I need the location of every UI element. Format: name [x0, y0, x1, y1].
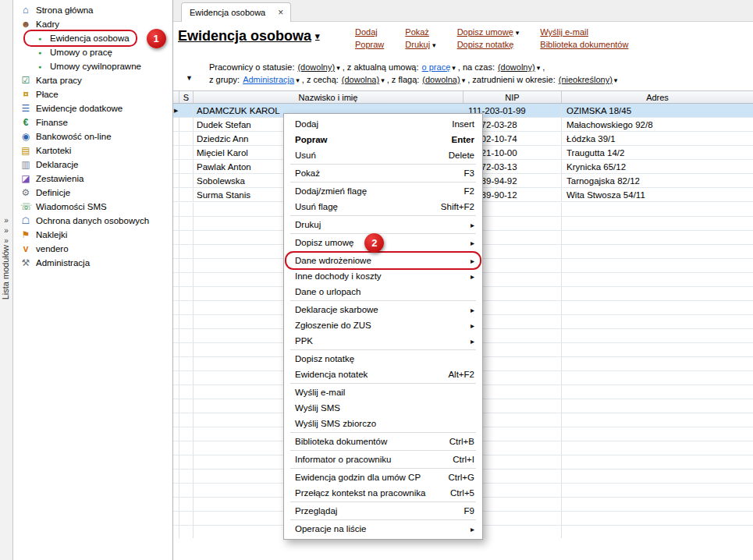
sidebar-item-ochrona-danych-osobowych[interactable]: Ochrona danych osobowych	[12, 214, 172, 228]
link-biblioteka-dokumentow[interactable]: Biblioteka dokumentów	[540, 40, 628, 49]
sidebar-item-kartoteki[interactable]: Kartoteki	[12, 144, 172, 158]
vendero-icon	[20, 243, 31, 254]
sidebar-item-umowy-cywilnoprawne[interactable]: Umowy cywilnoprawne	[12, 59, 172, 73]
menu-item-popraw[interactable]: PoprawEnter	[284, 132, 482, 147]
sidebar-item-wiadomosci-sms[interactable]: Wiadomości SMS	[12, 200, 172, 214]
sidebar-item-bankowosc-on-line[interactable]: Bankowość on-line	[12, 129, 172, 144]
sidebar-item-finanse[interactable]: Finanse	[12, 115, 172, 129]
menu-item-wyslij-sms[interactable]: Wyślij SMS	[284, 400, 482, 416]
module-strip-label[interactable]: Lista modułów	[1, 245, 10, 299]
header-nip[interactable]: NIP	[464, 91, 562, 103]
menu-item-pokaz[interactable]: PokażF3	[284, 165, 482, 181]
link-drukuj[interactable]: Drukuj	[405, 40, 435, 49]
expand-chevron-icon[interactable]	[4, 227, 9, 235]
menu-item-informator-o-pracowniku[interactable]: Informator o pracownikuCtrl+I	[284, 452, 482, 467]
submenu-arrow-icon	[471, 525, 474, 533]
sidebar-item-umowy-o-prace[interactable]: Umowy o pracę	[12, 45, 172, 59]
header-s[interactable]: S	[179, 91, 194, 103]
menu-item-dodaj-zmien-flage[interactable]: Dodaj/zmień flagęF2	[284, 183, 482, 199]
menu-item-usun-flage[interactable]: Usuń flagęShift+F2	[284, 199, 482, 214]
menu-item-wyslij-sms-zbiorczo[interactable]: Wyślij SMS zbiorczo	[284, 416, 482, 431]
filter-status[interactable]: (dowolny)	[297, 62, 335, 72]
link-dodaj[interactable]: Dodaj	[355, 27, 384, 37]
menu-item-dopisz-notatke[interactable]: Dopisz notatkę	[284, 351, 482, 367]
filter-okres[interactable]: (nieokreślony)	[559, 75, 613, 84]
link-wyslij-email[interactable]: Wyślij e-mail	[540, 27, 628, 37]
filter-row-1: Pracownicy o statusie:(dowolny) , z aktu…	[209, 62, 545, 72]
menu-item-deklaracje-skarbowe[interactable]: Deklaracje skarbowe	[284, 302, 482, 317]
header-address[interactable]: Adres	[562, 91, 753, 103]
sidebar-item-vendero[interactable]: vendero	[12, 242, 172, 256]
menu-item-inne-dochody-i-koszty[interactable]: Inne dochody i koszty	[284, 268, 482, 284]
link-popraw[interactable]: Popraw	[355, 40, 384, 49]
filter-na-czas[interactable]: (dowolny)	[498, 62, 535, 72]
header-name[interactable]: Nazwisko i imię	[194, 91, 464, 103]
sidebar-item-label: Definicje	[36, 188, 70, 197]
page-title[interactable]: Ewidencja osobowa	[178, 28, 320, 44]
expand-chevron-icon[interactable]	[4, 237, 9, 245]
filter-grupa[interactable]: Administracja	[243, 75, 294, 84]
row-indicator-cell	[173, 188, 179, 202]
menu-item-ewidencja-notatek[interactable]: Ewidencja notatekAlt+F2	[284, 367, 482, 382]
tab-ewidencja-osobowa[interactable]: Ewidencja osobowa	[181, 2, 291, 22]
menu-item-ewidencja-godzin-cp[interactable]: Ewidencja godzin dla umów CPCtrl+G	[284, 470, 482, 485]
bullet-icon	[34, 46, 45, 58]
sidebar-item-ewidencja-osobowa[interactable]: Ewidencja osobowa 1	[12, 31, 172, 45]
expand-chevron-icon[interactable]	[4, 217, 9, 225]
sidebar-item-label: Strona główna	[36, 5, 94, 15]
filter-umowa[interactable]: o pracę	[422, 62, 451, 72]
menu-item-drukuj[interactable]: Drukuj	[284, 217, 482, 232]
filter-label: ,	[542, 62, 545, 72]
sidebar-item-karta-pracy[interactable]: Karta pracy	[12, 73, 172, 87]
grid-vline	[561, 203, 562, 538]
menu-item-dopisz-umowe[interactable]: Dopisz umowę2	[284, 235, 482, 250]
sidebar-item-zestawienia[interactable]: Zestawienia	[12, 172, 172, 186]
menu-item-biblioteka-dokumentow[interactable]: Biblioteka dokumentówCtrl+B	[284, 434, 482, 449]
link-pokaz[interactable]: Pokaż	[405, 27, 435, 37]
cell-address: Wita Stwosza 54/11	[562, 188, 753, 202]
folder-icon	[20, 145, 31, 156]
menu-shortcut: Ctrl+G	[448, 473, 474, 482]
menu-shortcut: Ctrl+5	[450, 488, 474, 498]
module-strip: Lista modułów	[0, 0, 13, 560]
filter-cecha[interactable]: (dowolna)	[342, 75, 379, 84]
menu-item-usun[interactable]: UsuńDelete	[284, 147, 482, 163]
flag-icon	[20, 229, 31, 240]
annotation-outline-sidebar: Ewidencja osobowa	[23, 30, 137, 47]
cell-address: Małachowskiego 92/8	[562, 118, 753, 132]
menu-item-zgloszenie-do-zus[interactable]: Zgłoszenie do ZUS	[284, 317, 482, 333]
menu-item-przegladaj[interactable]: PrzeglądajF9	[284, 503, 482, 519]
menu-item-operacje-na-liscie[interactable]: Operacje na liście	[284, 521, 482, 537]
sidebar-item-place[interactable]: Płace	[12, 87, 172, 101]
chevron-down-icon	[336, 64, 340, 72]
menu-shortcut: Alt+F2	[448, 370, 474, 379]
sidebar-item-deklaracje[interactable]: Deklaracje	[12, 158, 172, 172]
chevron-down-icon	[614, 76, 618, 84]
close-icon[interactable]	[278, 8, 283, 17]
sidebar-item-label: Zestawienia	[36, 174, 83, 183]
sidebar-item-strona-glowna[interactable]: Strona główna	[12, 3, 172, 17]
sidebar-item-ewidencje-dodatkowe[interactable]: Ewidencje dodatkowe	[12, 101, 172, 115]
row-indicator-cell	[173, 146, 179, 160]
finance-icon	[20, 117, 31, 128]
menu-item-dane-o-urlopach[interactable]: Dane o urlopach	[284, 284, 482, 299]
link-dopisz-notatke[interactable]: Dopisz notatkę	[457, 40, 520, 49]
table-header: S Nazwisko i imię NIP Adres	[173, 90, 753, 104]
menu-item-dane-wdrozeniowe[interactable]: Dane wdrożeniowe	[286, 253, 480, 268]
sidebar-item-definicje[interactable]: Definicje	[12, 186, 172, 200]
menu-item-przelacz-kontekst[interactable]: Przełącz kontekst na pracownikaCtrl+5	[284, 485, 482, 501]
menu-item-ppk[interactable]: PPK	[284, 333, 482, 349]
filter-expander-icon[interactable]	[186, 74, 193, 82]
list-icon	[20, 103, 31, 114]
filter-flaga[interactable]: (dowolna)	[422, 75, 460, 84]
cell-address: Krynicka 65/12	[562, 160, 753, 174]
menu-shortcut: Shift+F2	[441, 202, 474, 211]
tools-icon	[20, 257, 31, 268]
sidebar-item-naklejki[interactable]: Naklejki	[12, 228, 172, 242]
sidebar-item-administracja[interactable]: Administracja	[12, 256, 172, 270]
menu-item-wyslij-email[interactable]: Wyślij e-mail	[284, 385, 482, 400]
link-dopisz-umowe[interactable]: Dopisz umowę	[457, 27, 520, 37]
filter-row-2: z grupy:Administracja , z cechą:(dowolna…	[209, 75, 617, 84]
filter-label: z grupy:	[209, 75, 240, 84]
menu-item-dodaj[interactable]: DodajInsert	[284, 116, 482, 132]
